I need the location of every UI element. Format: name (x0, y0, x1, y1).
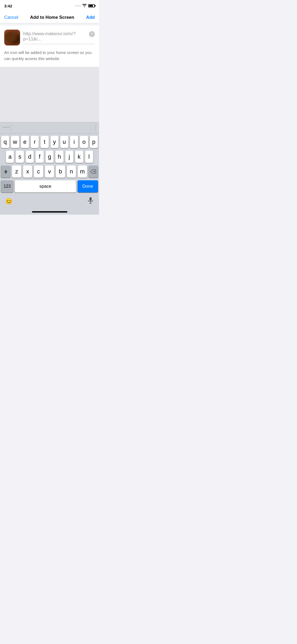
key-t[interactable]: t (40, 136, 49, 148)
clear-button[interactable] (89, 31, 95, 37)
key-v[interactable]: v (45, 165, 54, 178)
toolbar-separator-1 (11, 125, 11, 131)
key-o[interactable]: o (80, 136, 88, 148)
key-g[interactable]: g (45, 151, 54, 163)
info-section: http://www.makeovr.io/m/?p=11&i... An ic… (0, 25, 99, 67)
page-title: Add to Home Screen (30, 15, 74, 20)
key-i[interactable]: i (70, 136, 78, 148)
keyboard-rows: q w e r t y u i o p a s d f g h j k l (0, 134, 99, 196)
keyboard-toolbar: " " " (0, 122, 99, 134)
key-f[interactable]: f (35, 151, 44, 163)
key-d[interactable]: d (26, 151, 34, 163)
key-j[interactable]: j (65, 151, 73, 163)
nav-bar: Cancel Add to Home Screen Add (0, 12, 99, 23)
key-x[interactable]: x (23, 165, 32, 178)
key-y[interactable]: y (50, 136, 59, 148)
cancel-button[interactable]: Cancel (4, 15, 18, 20)
add-button[interactable]: Add (86, 15, 95, 20)
key-row-1: q w e r t y u i o p (1, 136, 98, 148)
key-n[interactable]: n (67, 165, 76, 178)
key-row-3: z x c v b n m (1, 165, 98, 178)
key-m[interactable]: m (78, 165, 87, 178)
key-c[interactable]: c (34, 165, 43, 178)
numbers-key[interactable]: 123 (1, 180, 13, 192)
keyboard-container: " " " q w e r t y u i o p a s d f g h j (0, 122, 99, 215)
wifi-icon (82, 4, 87, 8)
status-time: 3:42 (4, 4, 12, 8)
url-input-area[interactable]: http://www.makeovr.io/m/?p=11&i... (23, 31, 95, 44)
delete-key[interactable] (89, 165, 98, 178)
emoji-key[interactable]: 😊 (5, 198, 12, 205)
toolbar-quotes[interactable]: " " " (3, 126, 9, 130)
done-key[interactable]: Done (78, 180, 98, 192)
shift-key[interactable] (1, 165, 10, 178)
key-e[interactable]: e (21, 136, 29, 148)
key-b[interactable]: b (56, 165, 65, 178)
app-icon (4, 30, 20, 45)
key-z[interactable]: z (12, 165, 21, 178)
status-icons (75, 4, 95, 8)
key-s[interactable]: s (16, 151, 24, 163)
signal-icon (75, 5, 81, 6)
key-w[interactable]: w (11, 136, 19, 148)
key-k[interactable]: k (75, 151, 83, 163)
key-q[interactable]: q (1, 136, 9, 148)
microphone-key[interactable] (87, 197, 94, 206)
space-key[interactable]: space (15, 180, 76, 192)
key-row-bottom: 123 space Done (1, 180, 98, 192)
svg-rect-2 (89, 197, 92, 201)
key-h[interactable]: h (55, 151, 63, 163)
toolbar-separator-2 (96, 125, 96, 131)
key-l[interactable]: l (85, 151, 93, 163)
url-text: http://www.makeovr.io/m/?p=11&i... (23, 31, 76, 42)
key-row-2: a s d f g h j k l (1, 151, 98, 163)
home-indicator (32, 211, 67, 213)
battery-icon (88, 4, 95, 7)
icon-row: http://www.makeovr.io/m/?p=11&i... (4, 30, 95, 45)
key-r[interactable]: r (31, 136, 39, 148)
gap-divider (0, 23, 99, 25)
key-p[interactable]: p (90, 136, 98, 148)
app-icon-image (4, 30, 20, 45)
bottom-bar: 😊 (0, 196, 99, 209)
home-indicator-area (0, 209, 99, 215)
key-u[interactable]: u (60, 136, 68, 148)
status-bar: 3:42 (0, 0, 99, 12)
description-text: An icon will be added to your home scree… (4, 50, 95, 62)
key-a[interactable]: a (6, 151, 14, 163)
